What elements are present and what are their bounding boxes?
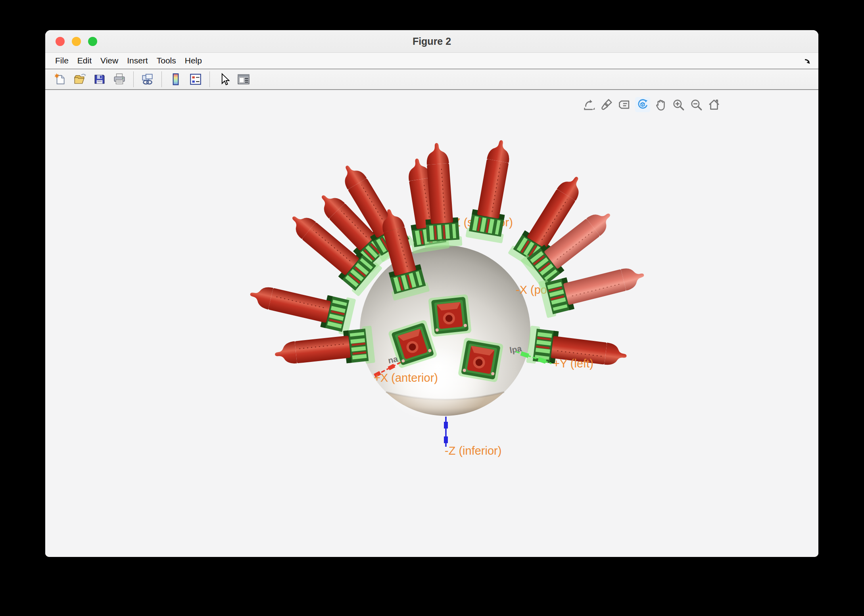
axis-label-inferior: -Z (inferior) (445, 444, 501, 457)
toolbar-separator (209, 71, 210, 87)
property-inspector-button[interactable] (235, 71, 252, 88)
dock-arrow-icon (802, 55, 813, 67)
menu-insert[interactable]: Insert (123, 53, 152, 69)
edit-plot-icon (217, 73, 231, 86)
toolbar-separator (133, 71, 134, 87)
optode-spike (246, 276, 356, 336)
menu-bar: File Edit View Insert Tools Help (45, 53, 818, 69)
insert-colorbar-button[interactable] (167, 71, 184, 88)
open-file-icon (73, 73, 87, 86)
edit-plot-button[interactable] (215, 71, 232, 88)
plot-3d-scene[interactable]: +Z (superior) -X (posterior) na lpa (45, 90, 818, 557)
optode-spike (273, 325, 375, 373)
menu-file[interactable]: File (51, 53, 73, 69)
open-file-button[interactable] (71, 71, 88, 88)
optode-flat (428, 294, 472, 337)
insert-legend-button[interactable] (187, 71, 204, 88)
menu-edit[interactable]: Edit (73, 53, 96, 69)
figure-toolbar (45, 69, 818, 90)
insert-colorbar-icon (169, 73, 183, 86)
save-figure-button[interactable] (91, 71, 108, 88)
save-figure-icon (92, 73, 107, 86)
print-figure-button[interactable] (111, 71, 128, 88)
window-title: Figure 2 (45, 30, 818, 53)
axis-label-anterior: +X (anterior) (374, 371, 438, 384)
menu-help[interactable]: Help (180, 53, 206, 69)
menu-view[interactable]: View (96, 53, 123, 69)
link-plot-button[interactable] (139, 71, 156, 88)
link-plot-icon (140, 73, 155, 86)
title-bar[interactable]: Figure 2 (45, 30, 818, 53)
print-figure-icon (112, 73, 127, 86)
property-inspector-icon (236, 73, 251, 86)
axis-label-left: +Y (left) (553, 357, 593, 370)
dock-figure-button[interactable] (802, 55, 813, 68)
insert-legend-icon (188, 73, 203, 86)
menu-tools[interactable]: Tools (152, 53, 180, 69)
toolbar-separator (161, 71, 162, 87)
figure-window: Figure 2 File Edit View Insert Tools Hel… (45, 30, 818, 557)
figure-canvas: +Z (superior) -X (posterior) na lpa (45, 90, 818, 557)
optode-flat (458, 337, 503, 383)
new-figure-button[interactable] (52, 71, 68, 88)
new-figure-icon (53, 73, 67, 86)
